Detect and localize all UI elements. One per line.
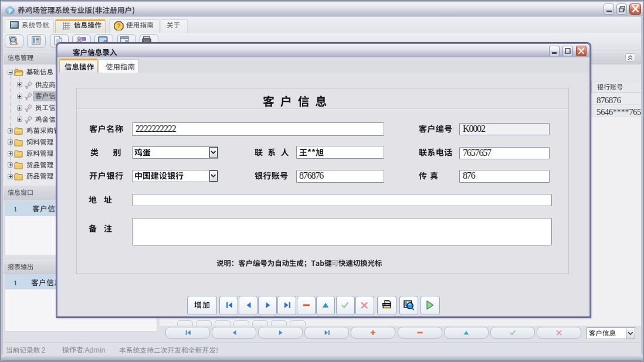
svg-text:?: ? — [117, 23, 120, 29]
